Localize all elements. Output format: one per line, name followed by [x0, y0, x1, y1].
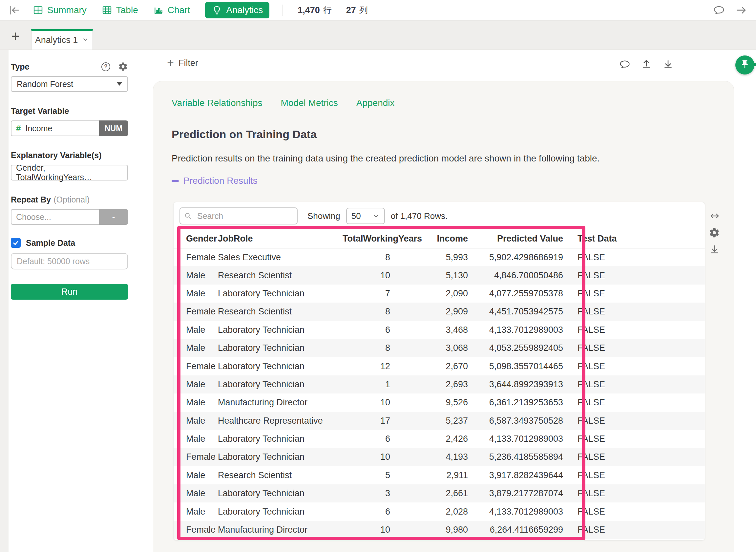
view-chart-button[interactable]: Chart: [153, 5, 190, 15]
prediction-results-toggle[interactable]: Prediction Results: [172, 175, 734, 186]
repeat-by-field[interactable]: Choose...: [11, 209, 99, 225]
table-row[interactable]: Female Laboratory Technician 10 4,193 5,…: [174, 448, 705, 466]
table-row[interactable]: Female Sales Executive 8 5,993 5,902.429…: [174, 248, 705, 266]
table-row[interactable]: Male Laboratory Technician 6 2,426 4,133…: [174, 430, 705, 448]
app-window: Summary Table Chart Analytics 1,470 行 27…: [0, 0, 756, 552]
prediction-results-label: Prediction Results: [183, 175, 258, 186]
plus-icon: +: [167, 57, 174, 69]
view-summary-label: Summary: [47, 5, 87, 15]
collapse-minus-icon: [172, 180, 179, 182]
total-rows-label: of 1,470 Rows.: [391, 211, 448, 221]
target-variable-value: Income: [25, 124, 52, 133]
table-icon: [102, 5, 112, 15]
arrow-to-start-icon: [9, 4, 20, 16]
top-toolbar: Summary Table Chart Analytics 1,470 行 27…: [0, 0, 756, 21]
view-table-label: Table: [116, 5, 138, 15]
dataset-stats: 1,470 行 27 列: [298, 5, 379, 16]
table-row[interactable]: Male Laboratory Technician 7 2,090 4,077…: [174, 285, 705, 303]
results-table-card: Showing 50 of 1,470 Rows. Gender JobRole…: [173, 202, 705, 541]
search-input[interactable]: [179, 208, 298, 225]
table-row[interactable]: Male Laboratory Technician 3 2,661 3,879…: [174, 485, 705, 503]
table-row[interactable]: Male Laboratory Technician 6 3,468 4,133…: [174, 321, 705, 339]
resize-horizontal-icon[interactable]: [709, 210, 721, 222]
table-settings-gear-icon[interactable]: [709, 227, 721, 238]
upload-icon[interactable]: [640, 58, 652, 70]
page-size-select[interactable]: 50: [346, 208, 385, 224]
pin-button[interactable]: [735, 55, 754, 75]
row-unit: 行: [323, 5, 332, 16]
download-icon[interactable]: [662, 58, 674, 70]
column-totalworkingyears[interactable]: TotalWorkingYears: [342, 230, 390, 248]
table-row[interactable]: Female Laboratory Technician 12 2,670 5,…: [174, 357, 705, 375]
view-table-button[interactable]: Table: [102, 5, 138, 15]
chart-icon: [153, 5, 164, 15]
analytics-tab-strip: + Analytics 1: [0, 21, 756, 50]
model-type-select[interactable]: Random Forest: [11, 76, 128, 92]
table-row[interactable]: Male Healthcare Representative 17 5,237 …: [174, 412, 705, 430]
table-side-actions: [709, 210, 721, 255]
table-row[interactable]: Male Laboratory Technician 6 2,028 4,133…: [174, 503, 705, 521]
table-row[interactable]: Male Laboratory Technician 8 3,068 4,053…: [174, 339, 705, 357]
help-icon[interactable]: ?: [102, 62, 110, 71]
showing-label: Showing: [307, 211, 340, 221]
column-count: 27: [346, 5, 356, 15]
num-type-badge[interactable]: NUM: [99, 120, 128, 136]
repeat-by-clear-button[interactable]: -: [99, 209, 128, 225]
column-test-data[interactable]: Test Data: [563, 230, 705, 248]
table-row[interactable]: Female Manufacturing Director 10 9,980 6…: [174, 521, 705, 539]
comment-icon[interactable]: [619, 58, 631, 70]
repeat-by-optional-label: (Optional): [53, 195, 90, 204]
tab-variable-relationships[interactable]: Variable Relationships: [172, 98, 263, 108]
column-gender[interactable]: Gender: [174, 230, 218, 248]
collapse-left-icon[interactable]: [7, 4, 22, 17]
view-summary-button[interactable]: Summary: [33, 5, 87, 15]
lightbulb-icon: [212, 5, 222, 15]
repeat-by-placeholder: Choose...: [16, 212, 51, 222]
report-card: Variable Relationships Model Metrics App…: [153, 81, 734, 552]
explanatory-variables-field[interactable]: Gender, TotalWorkingYears…: [11, 165, 128, 180]
add-analytics-tab-button[interactable]: +: [11, 29, 20, 43]
column-unit: 列: [359, 5, 368, 16]
chevron-down-icon: [82, 35, 89, 45]
chevron-down-icon: [372, 212, 380, 220]
search-icon: [184, 212, 192, 220]
target-variable-field[interactable]: # Income: [11, 120, 99, 136]
analytics-sidebar: Type ? Random Forest Target Variable # I…: [0, 50, 146, 552]
explanatory-variables-value: Gender, TotalWorkingYears…: [16, 163, 123, 182]
caret-down-icon: [117, 83, 122, 86]
analytics-main: + Filter Variable Relationships Model Me…: [146, 50, 756, 552]
expand-right-icon[interactable]: [735, 4, 747, 16]
tab-appendix[interactable]: Appendix: [356, 98, 395, 108]
comment-icon[interactable]: [713, 4, 725, 16]
type-label: Type: [11, 62, 29, 72]
section-heading: Prediction on Training Data: [172, 128, 734, 141]
panel-actions: [619, 58, 674, 70]
gear-icon[interactable]: [118, 62, 128, 72]
tab-analytics-1[interactable]: Analytics 1: [31, 29, 93, 49]
results-table-body: Female Sales Executive 8 5,993 5,902.429…: [174, 248, 705, 539]
column-predicted-value[interactable]: Predicted Value: [468, 230, 563, 248]
column-jobrole[interactable]: JobRole: [218, 230, 342, 248]
numeric-hash-icon: #: [16, 123, 21, 134]
page-size-value: 50: [351, 211, 361, 221]
add-filter-button[interactable]: + Filter: [167, 57, 198, 69]
table-header-row: Gender JobRole TotalWorkingYears Income …: [174, 230, 705, 248]
report-tabs: Variable Relationships Model Metrics App…: [153, 82, 734, 108]
table-row[interactable]: Male Research Scientist 5 2,911 3,917.82…: [174, 466, 705, 485]
explanatory-variables-label: Explanatory Variable(s): [11, 151, 102, 160]
sidebar-left-gutter: [0, 50, 9, 552]
results-table: Gender JobRole TotalWorkingYears Income …: [174, 230, 705, 539]
table-row[interactable]: Male Manufacturing Director 10 9,526 6,3…: [174, 394, 705, 412]
sample-data-checkbox[interactable]: [11, 238, 21, 248]
tab-model-metrics[interactable]: Model Metrics: [281, 98, 338, 108]
table-row[interactable]: Female Research Scientist 8 2,909 4,451.…: [174, 303, 705, 321]
section-description: Prediction results on the training data …: [172, 153, 734, 164]
view-analytics-button[interactable]: Analytics: [205, 2, 269, 18]
run-button[interactable]: Run: [11, 284, 128, 300]
target-variable-label: Target Variable: [11, 106, 69, 116]
table-row[interactable]: Male Research Scientist 10 5,130 4,846.7…: [174, 266, 705, 284]
sample-size-input[interactable]: [11, 253, 128, 269]
tab-analytics-1-label: Analytics 1: [35, 35, 78, 45]
table-download-icon[interactable]: [709, 244, 721, 255]
table-row[interactable]: Male Laboratory Technician 1 2,693 3,644…: [174, 376, 705, 394]
